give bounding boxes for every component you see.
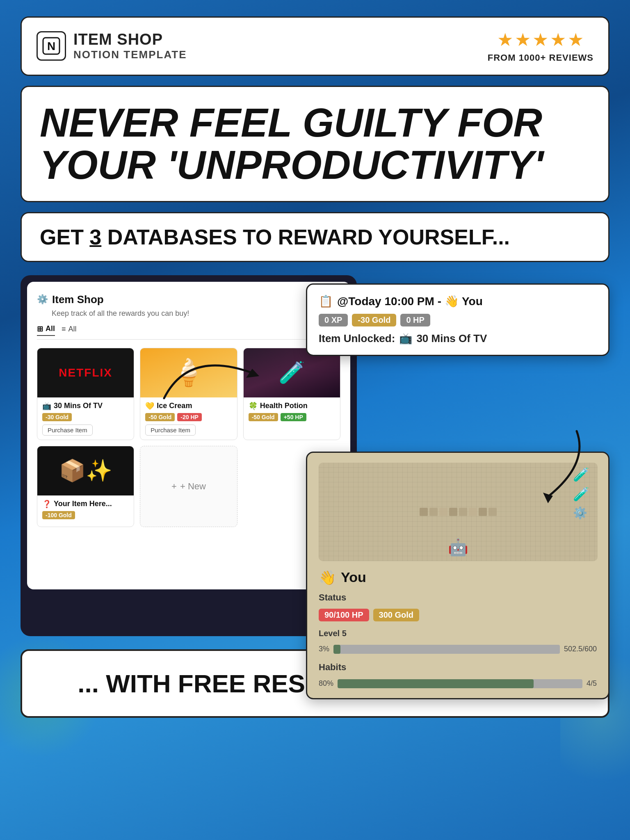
notif-tag-gold: -30 Gold <box>352 314 396 326</box>
notif-item-emoji: 📺 <box>399 332 412 345</box>
status-tags: 90/100 HP 300 Gold <box>319 609 597 621</box>
content-area: ⚙️ Item Shop Keep track of all the rewar… <box>21 275 609 636</box>
habits-label: Habits <box>319 662 597 673</box>
habits-bar-container <box>338 679 582 688</box>
player-name: You <box>341 569 366 585</box>
status-label: Status <box>319 592 597 603</box>
notif-header: 📋 @Today 10:00 PM - 👋 You <box>319 294 597 308</box>
header-card: N ITEM SHOP NOTION TEMPLATE ★ ★ ★ ★ ★ FR… <box>21 16 609 76</box>
notion-card-mystery: 📦✨ ❓ Your Item Here... -100 Gold <box>37 446 134 527</box>
grid-icon: ⊞ <box>37 324 43 333</box>
notif-tag-xp: 0 XP <box>319 314 348 326</box>
database-text: GET 3 DATABASES TO REWARD YOURSELF... <box>40 225 590 249</box>
notion-header: ⚙️ Item Shop <box>37 293 340 306</box>
netflix-bg: NETFLIX <box>37 348 134 397</box>
notif-body-label: Item Unlocked: <box>319 332 395 345</box>
mystery-bg: 📦✨ <box>37 446 134 495</box>
potion-emoji: 🧪 <box>278 360 305 385</box>
purchase-btn-tv[interactable]: Purchase Item <box>42 425 93 436</box>
notif-header-text: @Today 10:00 PM - 👋 You <box>337 294 483 308</box>
arrow-2 <box>507 423 589 505</box>
tag-gold-mystery: -100 Gold <box>42 511 75 519</box>
status-gold: 300 Gold <box>373 609 419 621</box>
pixel-character: 🤖 <box>448 538 468 557</box>
card-tags-potion: -50 Gold +50 HP <box>249 413 335 421</box>
star-2: ★ <box>515 29 531 50</box>
tag-gold-tv: -30 Gold <box>42 413 72 421</box>
tag-hp-icecream: -20 HP <box>177 413 202 421</box>
card-body-mystery: ❓ Your Item Here... -100 Gold <box>37 495 134 527</box>
arrow-1 <box>156 341 262 406</box>
star-5: ★ <box>568 29 584 50</box>
star-4: ★ <box>550 29 566 50</box>
player-icon: 👋 <box>319 569 336 586</box>
rating-text: FROM 1000+ REVIEWS <box>488 52 593 63</box>
star-3: ★ <box>532 29 548 50</box>
tab-list[interactable]: ≡ All <box>62 324 77 336</box>
list-icon: ≡ <box>62 325 66 333</box>
xp-pct: 3% <box>319 645 329 653</box>
purchase-btn-icecream[interactable]: Purchase Item <box>145 425 196 436</box>
habits-pct: 80% <box>319 679 333 688</box>
xp-bar-container <box>333 645 560 654</box>
card-title-tv: 📺 30 Mins Of TV <box>42 402 129 411</box>
plus-icon: + <box>171 481 177 492</box>
headline-line1: NEVER FEEL GUILTY FOR <box>40 100 542 145</box>
mystery-title-emoji: ❓ <box>42 500 51 509</box>
notif-item-name: 30 Mins Of TV <box>416 332 487 345</box>
tv-emoji: 📺 <box>42 402 51 411</box>
rating-section: ★ ★ ★ ★ ★ FROM 1000+ REVIEWS <box>488 29 593 63</box>
logo-text: ITEM SHOP NOTION TEMPLATE <box>73 31 187 61</box>
card-tags-tv: -30 Gold <box>42 413 129 421</box>
player-status-section: Status 90/100 HP 300 Gold Level 5 3% 502… <box>319 592 597 688</box>
tag-hp-potion: +50 HP <box>281 413 306 421</box>
habits-value: 4/5 <box>587 679 597 688</box>
notion-card-tv: NETFLIX 📺 30 Mins Of TV -30 Gold Purchas… <box>37 348 134 440</box>
level-text: Level 5 <box>319 629 347 638</box>
notif-tags: 0 XP -30 Gold 0 HP <box>319 314 597 326</box>
notion-logo-icon: N <box>37 31 66 61</box>
headline-text: NEVER FEEL GUILTY FOR YOUR 'UNPRODUCTIVI… <box>40 102 590 186</box>
card-body-tv: 📺 30 Mins Of TV -30 Gold Purchase Item <box>37 397 134 440</box>
habits-bar-fill <box>338 679 534 688</box>
headline-line2: YOUR 'UNPRODUCTIVITY' <box>40 142 543 187</box>
player-info-header: 👋 You <box>319 569 597 586</box>
notion-tabs: ⊞ All ≡ All <box>37 324 340 340</box>
card-title-mystery: ❓ Your Item Here... <box>42 500 129 509</box>
card-tags-icecream: -50 Gold -20 HP <box>145 413 232 421</box>
star-1: ★ <box>497 29 513 50</box>
notion-inner: ⚙️ Item Shop Keep track of all the rewar… <box>27 282 350 589</box>
logo-section: N ITEM SHOP NOTION TEMPLATE <box>37 31 187 61</box>
card-tags-mystery: -100 Gold <box>42 511 129 519</box>
notif-tag-hp: 0 HP <box>400 314 430 326</box>
tab-gallery[interactable]: ⊞ All <box>37 324 55 336</box>
notif-icon: 📋 <box>319 294 333 308</box>
xp-bar-fill <box>333 645 340 654</box>
netflix-logo: NETFLIX <box>59 366 112 379</box>
new-item-button[interactable]: + + New <box>140 446 237 527</box>
status-hp: 90/100 HP <box>319 609 369 621</box>
notification-card: 📋 @Today 10:00 PM - 👋 You 0 XP -30 Gold … <box>306 283 609 356</box>
notion-shop-title: Item Shop <box>52 293 104 306</box>
notion-card-new[interactable]: + + New <box>140 446 237 527</box>
gear-icon: ⚙️ <box>37 294 48 305</box>
icecream-title-emoji: 💛 <box>145 402 154 411</box>
tag-gold-potion: -50 Gold <box>249 413 278 421</box>
habits-row: 80% 4/5 <box>319 679 597 688</box>
svg-text:N: N <box>47 40 55 53</box>
mystery-emoji: 📦✨ <box>59 458 112 483</box>
notion-shop-subtitle: Keep track of all the rewards you can bu… <box>37 309 340 318</box>
xp-row: 3% 502.5/600 <box>319 645 597 654</box>
svg-marker-2 <box>246 369 259 378</box>
notif-body: Item Unlocked: 📺 30 Mins Of TV <box>319 332 597 345</box>
stars: ★ ★ ★ ★ ★ <box>497 29 584 50</box>
database-card: GET 3 DATABASES TO REWARD YOURSELF... <box>21 212 609 262</box>
logo-subtitle: NOTION TEMPLATE <box>73 48 187 61</box>
headline-card: NEVER FEEL GUILTY FOR YOUR 'UNPRODUCTIVI… <box>21 86 609 202</box>
logo-title: ITEM SHOP <box>73 31 187 48</box>
tag-gold-icecream: -50 Gold <box>145 413 175 421</box>
level-row: Level 5 <box>319 629 597 638</box>
xp-value: 502.5/600 <box>564 645 597 653</box>
